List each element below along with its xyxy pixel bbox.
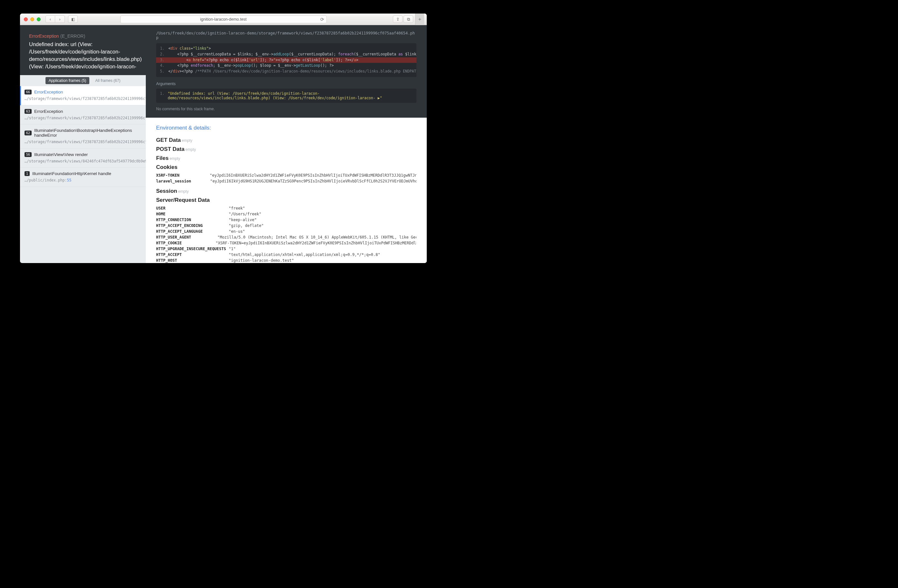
kv-key: laravel_session <box>156 178 210 184</box>
frame-title: Illuminate\View\View render <box>34 152 88 157</box>
cookies-table: XSRF-TOKENeyJpdiI6InBXUERiSzlwa2dHY2d1ZW… <box>156 172 417 184</box>
titlebar: ‹ › ◧ ignition-laracon-demo.test ⟳ ⇪ ⧉ + <box>20 14 427 25</box>
empty-label: empty <box>170 157 180 161</box>
kv-key: HTTP_ACCEPT_ENCODING <box>156 223 229 229</box>
tabs-icon: ⧉ <box>407 17 410 22</box>
nav-buttons: ‹ › <box>46 15 65 23</box>
section-get-data: GET Data <box>156 137 181 143</box>
kv-row: HOME/Users/freek <box>156 211 417 217</box>
main-panel: /Users/freek/dev/code/ignition-laracon-d… <box>146 25 427 263</box>
kv-value: eyJpdiI6InBXUERiSzlwa2dHY2d1ZWFieFVyK0E9… <box>210 172 417 178</box>
stack-frame[interactable]: 63ErrorException…/storage/framework/view… <box>20 105 146 125</box>
kv-value: keep-alive <box>229 217 257 223</box>
plus-icon: + <box>418 17 421 22</box>
kv-row: XSRF-TOKENeyJpdiI6InBXUERiSzlwa2dHY2d1ZW… <box>156 172 417 178</box>
code-line: 3. <a href="<?php echo e($link['url']); … <box>156 57 417 63</box>
code-line: 2. <?php $__currentLoopData = $links; $_… <box>160 52 412 57</box>
kv-row: HTTP_ACCEPT_LANGUAGEen-us <box>156 229 417 234</box>
frame-number-badge: 66 <box>25 90 32 94</box>
frame-path: …/storage/framework/views/f238787285fa6b… <box>25 116 141 121</box>
code-preview: /Users/freek/dev/code/ignition-laracon-d… <box>146 25 427 118</box>
sidebar-toggle-button[interactable]: ◧ <box>68 15 78 23</box>
code-line: 4. <?php endforeach; $__env->popLoop(); … <box>160 63 412 69</box>
kv-key: HTTP_ACCEPT <box>156 252 229 258</box>
kv-key: HTTP_ACCEPT_LANGUAGE <box>156 229 229 234</box>
tab-app-frames[interactable]: Application frames (5) <box>46 77 90 84</box>
stack-frame[interactable]: 62Illuminate\Foundation\Bootstrap\Handle… <box>20 124 146 149</box>
frame-number-badge: 62 <box>25 130 32 135</box>
kv-key: HTTP_HOST <box>156 258 229 263</box>
kv-row: HTTP_ACCEPT_ENCODINGgzip, deflate <box>156 223 417 229</box>
frame-number-badge: 63 <box>25 109 32 114</box>
env-details-header: Environment & details: <box>156 125 417 131</box>
tabs-button[interactable]: ⧉ <box>403 15 413 23</box>
kv-key: HOME <box>156 211 229 217</box>
empty-label: empty <box>186 147 196 152</box>
kv-value: 1 <box>229 246 236 252</box>
frames-list[interactable]: 66ErrorException…/storage/framework/view… <box>20 86 146 263</box>
kv-row: HTTP_UPGRADE_INSECURE_REQUESTS1 <box>156 246 417 252</box>
exception-header: ErrorException (E_ERROR) Undefined index… <box>20 25 146 75</box>
arguments-section: Arguments 1."Undefined index: url (View:… <box>156 81 417 103</box>
stack-frame[interactable]: 1Illuminate\Foundation\Http\Kernel handl… <box>20 167 146 187</box>
section-cookies: Cookies <box>156 164 177 170</box>
kv-value: text/html,application/xhtml+xml,applicat… <box>229 252 380 258</box>
environment-details[interactable]: Environment & details: GET Dataempty POS… <box>146 118 427 263</box>
kv-row: HTTP_USER_AGENTMozilla/5.0 (Macintosh; I… <box>156 234 417 240</box>
kv-key: HTTP_COOKIE <box>156 240 216 246</box>
share-button[interactable]: ⇪ <box>393 15 403 23</box>
back-button[interactable]: ‹ <box>46 15 55 23</box>
file-path: /Users/freek/dev/code/ignition-laracon-d… <box>156 31 417 40</box>
stack-frame[interactable]: 66ErrorException…/storage/framework/view… <box>20 86 146 105</box>
argument-row: 1."Undefined index: url (View: /Users/fr… <box>156 89 417 103</box>
chevron-left-icon: ‹ <box>50 17 51 21</box>
server-table: USERfreekHOME/Users/freekHTTP_CONNECTION… <box>156 205 417 263</box>
frame-title: Illuminate\Foundation\Http\Kernel handle <box>32 171 111 176</box>
empty-label: empty <box>182 138 192 143</box>
frame-title: Illuminate\Foundation\Bootstrap\HandleEx… <box>34 128 141 138</box>
frame-path: …/public/index.php:55 <box>25 178 141 183</box>
kv-row: HTTP_COOKIEXSRF-TOKEN=eyJpdiI6InBXUERiSz… <box>156 240 417 246</box>
section-server-data: Server/Request Data <box>156 197 210 203</box>
kv-value: XSRF-TOKEN=eyJpdiI6InBXUERiSzlwa2dHY2d1Z… <box>216 240 417 246</box>
close-window-icon[interactable] <box>24 17 28 21</box>
frame-path: …/storage/framework/views/f238787285fa6b… <box>25 97 141 101</box>
kv-key: XSRF-TOKEN <box>156 172 210 178</box>
section-post-data: POST Data <box>156 146 185 152</box>
code-line: 5.</div><?php /**PATH /Users/freek/dev/c… <box>160 69 412 74</box>
reload-icon[interactable]: ⟳ <box>320 17 324 22</box>
frame-filter-tabs: Application frames (5) All frames (67) <box>20 75 146 86</box>
kv-row: USERfreek <box>156 205 417 211</box>
frame-title: ErrorException <box>34 90 63 94</box>
window-controls <box>24 17 41 21</box>
kv-row: HTTP_CONNECTIONkeep-alive <box>156 217 417 223</box>
url-bar[interactable]: ignition-laracon-demo.test ⟳ <box>120 15 327 23</box>
kv-row: laravel_sessioneyJpdiI6IkVjdG9HS1R2UGJEN… <box>156 178 417 184</box>
tab-all-frames[interactable]: All frames (67) <box>95 78 120 83</box>
kv-value: gzip, deflate <box>229 223 263 229</box>
kv-value: eyJpdiI6IkVjdG9HS1R2UGJENEhKaTZzSG9Penc9… <box>210 178 417 184</box>
chevron-right-icon: › <box>59 17 60 21</box>
frame-number-badge: 56 <box>25 152 32 157</box>
code-box[interactable]: 1.<div class="links">2. <?php $__current… <box>156 43 417 77</box>
stack-frame[interactable]: 56Illuminate\View\View render…/storage/f… <box>20 149 146 168</box>
section-session: Session <box>156 188 177 194</box>
frame-path: …/storage/framework/views/f238787285fa6b… <box>25 140 141 145</box>
sidebar-icon: ◧ <box>71 17 75 21</box>
frame-title: ErrorException <box>34 109 63 114</box>
frame-number-badge: 1 <box>25 171 30 176</box>
forward-button[interactable]: › <box>55 15 65 23</box>
frames-sidebar: ErrorException (E_ERROR) Undefined index… <box>20 25 146 263</box>
minimize-window-icon[interactable] <box>30 17 34 21</box>
new-tab-button[interactable]: + <box>415 14 424 25</box>
kv-row: HTTP_HOSTignition-laracon-demo.test <box>156 258 417 263</box>
share-icon: ⇪ <box>396 17 400 21</box>
maximize-window-icon[interactable] <box>37 17 41 21</box>
kv-key: HTTP_USER_AGENT <box>156 234 217 240</box>
exception-class: ErrorException <box>29 34 59 39</box>
kv-value: /Users/freek <box>229 211 261 217</box>
page-content: ErrorException (E_ERROR) Undefined index… <box>20 25 427 263</box>
kv-value: Mozilla/5.0 (Macintosh; Intel Mac OS X 1… <box>217 234 417 240</box>
kv-row: HTTP_ACCEPTtext/html,application/xhtml+x… <box>156 252 417 258</box>
code-line: 1.<div class="links"> <box>160 46 412 52</box>
